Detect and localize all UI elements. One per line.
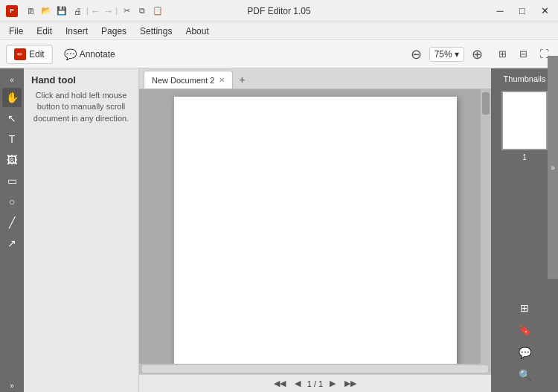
- edit-pencil-icon: ✏: [14, 48, 26, 60]
- separator: |: [86, 7, 89, 15]
- tool-name-label: Hand tool: [31, 74, 131, 86]
- zoom-in-button[interactable]: ⊕: [469, 46, 485, 62]
- vertical-scrollbar[interactable]: [481, 89, 491, 364]
- zoom-out-button[interactable]: ⊖: [408, 46, 425, 62]
- prev-page-button[interactable]: ◀: [292, 378, 303, 389]
- page-indicator: 1 / 1: [307, 379, 323, 388]
- app-title: PDF Editor 1.05: [247, 6, 310, 16]
- bookmark-tool-btn[interactable]: 🔖: [515, 321, 534, 340]
- edit-label: Edit: [29, 49, 45, 60]
- line-tool-button[interactable]: ╱: [2, 213, 22, 232]
- undo-btn[interactable]: ←: [91, 5, 101, 17]
- last-page-button[interactable]: ▶▶: [342, 378, 359, 389]
- menu-about[interactable]: About: [179, 25, 214, 38]
- title-bar-controls: ─ □ ✕: [493, 4, 552, 19]
- comment-tool-btn[interactable]: 💬: [515, 343, 534, 362]
- zoom-value-display[interactable]: 75% ▾: [429, 47, 464, 62]
- save-btn[interactable]: 💾: [55, 4, 68, 18]
- left-sidebar: « ✋ ↖ T 🖼 ▭ ○ ╱ ↗ »: [0, 68, 24, 392]
- menu-file[interactable]: File: [3, 25, 29, 38]
- menu-edit[interactable]: Edit: [31, 25, 58, 38]
- document-content[interactable]: [139, 89, 491, 364]
- minimize-button[interactable]: ─: [493, 4, 507, 19]
- rect-tool-button[interactable]: ▭: [2, 171, 22, 190]
- first-page-button[interactable]: ◀◀: [272, 378, 288, 389]
- redo-btn[interactable]: →: [103, 5, 114, 17]
- app-icon: P: [6, 5, 18, 17]
- menu-settings[interactable]: Settings: [134, 25, 178, 38]
- search-tool-btn[interactable]: 🔍: [515, 365, 534, 385]
- page-navigation: ◀◀ ◀ 1 / 1 ▶ ▶▶: [139, 374, 491, 392]
- quick-access: 🖹 📂 💾 🖨 | ← → | ✂ ⧉ 📋: [24, 4, 164, 18]
- next-page-button[interactable]: ▶: [327, 378, 338, 389]
- horizontal-scrollbar[interactable]: [139, 364, 491, 374]
- menu-pages[interactable]: Pages: [95, 25, 132, 38]
- close-button[interactable]: ✕: [537, 4, 552, 19]
- document-area: New Document 2 ✕ + ◀◀ ◀ 1 / 1 ▶ ▶▶: [139, 68, 491, 392]
- document-page: [174, 97, 457, 364]
- thumbnails-tool-btn[interactable]: ⊞: [515, 298, 534, 318]
- document-tabs: New Document 2 ✕ +: [139, 68, 491, 89]
- text-tool-button[interactable]: T: [2, 129, 22, 149]
- edit-tool-button[interactable]: ✏ Edit: [6, 45, 53, 64]
- tab-close-button[interactable]: ✕: [219, 76, 225, 84]
- right-tools: ⊞ 🔖 💬 🔍: [515, 294, 534, 389]
- copy-btn[interactable]: ⧉: [135, 4, 149, 18]
- pointer-tool-button[interactable]: ↖: [2, 109, 22, 128]
- toolbar: ✏ Edit 💬 Annotate ⊖ 75% ▾ ⊕ ⊞ ⊟ ⛶: [0, 40, 558, 68]
- thumbnail-page-1[interactable]: [501, 91, 548, 150]
- document-tab[interactable]: New Document 2 ✕: [144, 71, 233, 89]
- menu-bar: File Edit Insert Pages Settings About: [0, 22, 558, 40]
- new-btn[interactable]: 🖹: [24, 4, 37, 18]
- sidebar-expand-bottom[interactable]: »: [0, 379, 24, 392]
- scrollbar-thumb[interactable]: [482, 92, 490, 115]
- tool-tooltip-panel: Hand tool Click and hold left mouse butt…: [24, 68, 139, 392]
- sidebar-toggle-icon: »: [551, 164, 555, 172]
- hand-tool-button[interactable]: ✋: [2, 88, 22, 107]
- menu-insert[interactable]: Insert: [60, 25, 94, 38]
- maximize-button[interactable]: □: [515, 4, 530, 19]
- right-sidebar: Thumbnails 1 ⊞ 🔖 💬 🔍 »: [491, 68, 558, 392]
- thumbnail-page-num: 1: [522, 153, 527, 161]
- annotate-icon: 💬: [64, 48, 77, 60]
- annotate-tool-button[interactable]: 💬 Annotate: [56, 45, 124, 64]
- image-tool-button[interactable]: 🖼: [2, 150, 22, 170]
- separator2: |: [116, 7, 118, 15]
- ellipse-tool-button[interactable]: ○: [2, 192, 22, 211]
- main-area: « ✋ ↖ T 🖼 ▭ ○ ╱ ↗ » Hand tool Click and …: [0, 68, 558, 392]
- thumbnails-view-button[interactable]: ⊟: [515, 46, 531, 62]
- tab-label: New Document 2: [152, 76, 214, 85]
- right-sidebar-toggle[interactable]: »: [548, 68, 558, 279]
- view-mode-controls: ⊞ ⊟ ⛶: [494, 46, 552, 62]
- sidebar-collapse-top[interactable]: «: [0, 73, 24, 86]
- arrow-tool-button[interactable]: ↗: [2, 234, 22, 253]
- zoom-controls: ⊖ 75% ▾ ⊕: [408, 46, 485, 62]
- annotate-label: Annotate: [80, 49, 115, 60]
- cut-btn[interactable]: ✂: [120, 4, 133, 18]
- print-btn[interactable]: 🖨: [71, 4, 84, 18]
- title-bar: P 🖹 📂 💾 🖨 | ← → | ✂ ⧉ 📋 PDF Editor 1.05 …: [0, 0, 558, 22]
- hscrollbar-track[interactable]: [142, 365, 488, 373]
- open-btn[interactable]: 📂: [39, 4, 53, 18]
- title-bar-left: P 🖹 📂 💾 🖨 | ← → | ✂ ⧉ 📋: [6, 4, 164, 18]
- new-tab-button[interactable]: +: [234, 72, 249, 87]
- fit-width-button[interactable]: ⊞: [494, 46, 510, 62]
- paste-btn[interactable]: 📋: [151, 4, 164, 18]
- tool-description: Click and hold left mouse button to manu…: [31, 90, 131, 124]
